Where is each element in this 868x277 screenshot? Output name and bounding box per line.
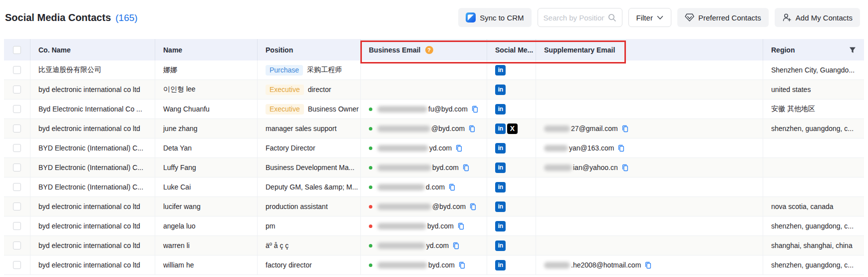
position-text: Business Development Ma... [266,164,354,172]
table-row: 比亚迪股份有限公司娜娜Purchase采购工程师inShenzhen City,… [4,60,864,80]
company-cell: byd electronic international co ltd [30,119,155,138]
sync-to-crm-button[interactable]: Sync to CRM [458,8,531,27]
funnel-filter-icon[interactable] [849,46,856,54]
gem-icon [685,13,694,22]
filter-button[interactable]: Filter [628,8,671,27]
company-name: byd electronic international co ltd [38,222,140,230]
search-box[interactable] [538,8,622,27]
person-plus-icon [782,13,792,22]
copy-icon[interactable] [621,125,629,132]
help-icon[interactable]: ? [425,46,433,54]
row-checkbox[interactable] [13,105,21,113]
company-name: Byd Electronic International Co ... [38,105,142,113]
row-checkbox[interactable] [13,164,21,172]
contact-name: 娜娜 [163,66,177,74]
preferred-contacts-button[interactable]: Preferred Contacts [677,8,769,27]
copy-icon[interactable] [617,144,625,152]
row-checkbox[interactable] [13,242,21,250]
row-checkbox[interactable] [13,124,21,132]
supplementary-email-cell [536,100,763,118]
region-cell: shanghai, shanghai, china [763,236,864,255]
copy-icon[interactable] [462,164,470,172]
row-checkbox[interactable] [13,261,21,269]
company-cell: 比亚迪股份有限公司 [30,60,155,80]
position-cell: production assistant [257,197,360,216]
copy-icon[interactable] [621,164,629,172]
business-email-text: byd.com [427,222,454,230]
row-checkbox[interactable] [13,144,21,152]
position-text: pm [266,222,275,230]
copy-icon[interactable] [452,242,460,250]
table-row: BYD Electronic (International) C...Luke … [4,178,864,197]
region-cell: shenzhen, guangdong, c... [763,216,864,236]
company-name: BYD Electronic (International) C... [38,183,143,191]
row-checkbox-cell [4,236,30,255]
add-my-contacts-button[interactable]: Add My Contacts [775,8,860,27]
header-business-email: Business Email ? [360,39,487,60]
contact-name: warren li [163,242,190,250]
topbar: Social Media Contacts (165) Sync to CRM … [0,0,868,35]
chevron-down-icon [657,16,663,20]
position-cell: Deputy GM, Sales &amp; M... [257,178,360,196]
table-row: BYD Electronic (International) C...Luffy… [4,158,864,178]
company-cell: byd electronic international co ltd [30,80,155,99]
position-tag: Executive [266,104,304,114]
linkedin-icon[interactable]: in [495,143,506,154]
row-checkbox-cell [4,197,30,216]
supplementary-email-text: yan@163.com [569,144,614,152]
select-all-checkbox[interactable] [13,46,21,54]
copy-icon[interactable] [448,184,456,191]
copy-icon[interactable] [458,262,466,269]
linkedin-icon[interactable]: in [495,162,506,173]
linkedin-icon[interactable]: in [495,65,506,76]
linkedin-icon[interactable]: in [495,221,506,232]
linkedin-icon[interactable]: in [495,104,506,114]
email-status-dot [369,264,372,267]
business-email-cell: byd.com [360,256,487,274]
business-email-text: fu@byd.com [428,105,468,113]
copy-icon[interactable] [468,125,476,132]
copy-icon[interactable] [644,262,652,269]
x-twitter-icon[interactable]: X [507,124,518,134]
business-email-cell: yd.com [360,236,487,255]
header-name: Name [155,39,257,60]
table-row: BYD Electronic (International) C...Deta … [4,138,864,158]
contact-name: lucifer wang [163,202,201,210]
linkedin-icon[interactable]: in [495,260,506,270]
linkedin-icon[interactable]: in [495,124,506,134]
crm-logo-icon [466,12,476,22]
company-name: BYD Electronic (International) C... [38,144,143,152]
row-checkbox[interactable] [13,66,21,74]
name-cell: lucifer wang [155,197,257,216]
supplementary-email-text: ian@yahoo.cn [573,164,618,172]
copy-icon[interactable] [455,144,463,152]
email-status-dot [369,244,372,248]
social-media-cell: in [487,158,536,177]
email-status-dot [369,205,372,208]
linkedin-icon[interactable]: in [495,240,506,251]
business-email-cell [360,80,487,99]
supplementary-email-cell [536,60,763,80]
row-checkbox[interactable] [13,86,21,94]
row-checkbox[interactable] [13,183,21,191]
copy-icon[interactable] [471,106,479,113]
table-row: byd electronic international co ltdjune … [4,119,864,138]
linkedin-icon[interactable]: in [495,202,506,212]
header-supplementary-email: Supplementary Email [536,39,763,60]
search-input[interactable] [544,14,604,22]
linkedin-icon[interactable]: in [495,84,506,95]
row-checkbox-cell [4,60,30,80]
social-media-cell: inX [487,119,536,138]
social-media-cell: in [487,236,536,255]
row-checkbox[interactable] [13,202,21,210]
name-cell: Luke Cai [155,178,257,196]
contacts-table: Co. Name Name Position Business Email ? … [4,39,864,275]
copy-icon[interactable] [469,203,477,210]
business-email-cell: yd.com [360,138,487,158]
company-name: BYD Electronic (International) C... [38,164,143,172]
copy-icon[interactable] [457,222,465,230]
name-cell: 이인형 lee [155,80,257,99]
row-checkbox[interactable] [13,222,21,230]
region-text: nova scotia, canada [771,202,834,210]
linkedin-icon[interactable]: in [495,182,506,192]
